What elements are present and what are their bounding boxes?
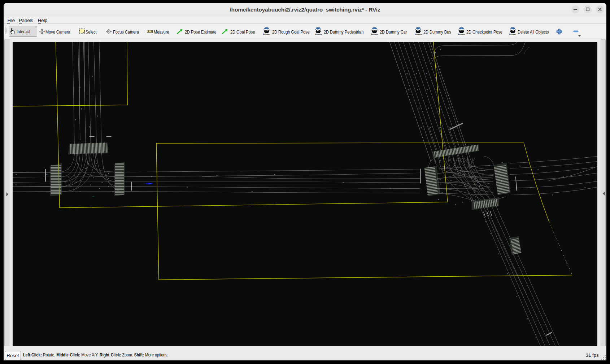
svg-text:Autoware: Autoware	[458, 34, 465, 35]
svg-text:Autoware: Autoware	[415, 34, 422, 35]
svg-text:Autoware: Autoware	[509, 34, 516, 35]
svg-text:Autoware: Autoware	[315, 34, 322, 35]
svg-text:Autoware: Autoware	[371, 34, 378, 35]
svg-text:Autoware: Autoware	[263, 34, 270, 35]
